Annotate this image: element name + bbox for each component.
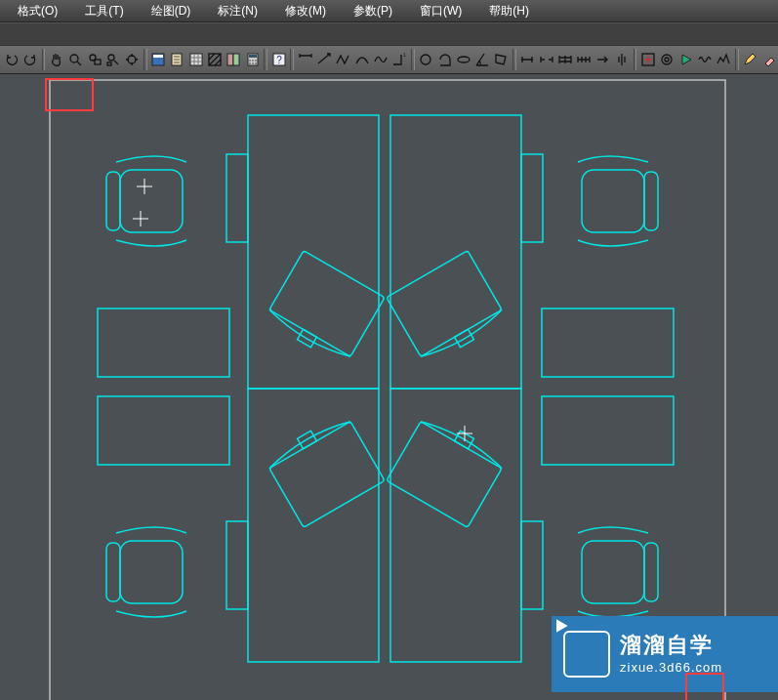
wave-icon[interactable] bbox=[695, 49, 714, 70]
svg-rect-41 bbox=[98, 396, 229, 465]
plus-icon[interactable] bbox=[638, 49, 657, 70]
pan-icon[interactable] bbox=[47, 49, 65, 70]
pencil-icon[interactable] bbox=[741, 49, 759, 70]
menu-window[interactable]: 窗口(W) bbox=[406, 0, 475, 21]
svg-rect-7 bbox=[153, 55, 163, 58]
svg-point-26 bbox=[458, 57, 470, 62]
zoom-icon[interactable] bbox=[66, 49, 85, 70]
svg-rect-43 bbox=[269, 251, 385, 357]
spark-icon[interactable] bbox=[715, 49, 733, 70]
svg-rect-4 bbox=[107, 62, 111, 65]
svg-rect-53 bbox=[582, 170, 644, 232]
toolbar: ?1 bbox=[0, 46, 778, 74]
hatch-icon[interactable] bbox=[205, 49, 224, 70]
svg-point-20 bbox=[255, 62, 257, 64]
svg-rect-58 bbox=[644, 543, 658, 601]
svg-point-25 bbox=[421, 55, 430, 64]
svg-rect-32 bbox=[390, 115, 521, 389]
svg-rect-56 bbox=[106, 543, 120, 601]
menu-format[interactable]: 格式(O) bbox=[4, 0, 71, 21]
menu-annotate[interactable]: 标注(N) bbox=[204, 0, 271, 21]
redo-icon[interactable] bbox=[20, 49, 39, 70]
svg-rect-42 bbox=[542, 396, 674, 465]
ray-icon[interactable] bbox=[314, 49, 333, 70]
svg-point-29 bbox=[665, 58, 669, 62]
svg-point-16 bbox=[252, 60, 254, 62]
revcloud-icon[interactable] bbox=[435, 49, 454, 70]
svg-rect-47 bbox=[269, 422, 385, 528]
svg-rect-14 bbox=[249, 55, 257, 58]
aligned-icon[interactable] bbox=[537, 49, 555, 70]
polyline-icon[interactable] bbox=[334, 49, 352, 70]
play-icon[interactable] bbox=[676, 49, 695, 70]
svg-rect-49 bbox=[387, 422, 502, 528]
line-icon[interactable] bbox=[296, 49, 314, 70]
svg-point-0 bbox=[70, 55, 78, 62]
circle2-icon[interactable] bbox=[658, 49, 676, 70]
menu-tools[interactable]: 工具(T) bbox=[71, 0, 137, 21]
svg-point-18 bbox=[249, 62, 251, 64]
undo-icon[interactable] bbox=[2, 49, 20, 70]
calculator-icon[interactable] bbox=[243, 49, 262, 70]
eraser-icon[interactable] bbox=[759, 49, 778, 70]
toolbar-separator bbox=[512, 49, 516, 70]
svg-point-23 bbox=[393, 63, 395, 65]
polygon-icon[interactable] bbox=[492, 49, 511, 70]
svg-text:?: ? bbox=[276, 55, 282, 65]
toolbar-separator bbox=[264, 49, 267, 70]
circle-icon[interactable] bbox=[417, 49, 435, 70]
svg-rect-36 bbox=[521, 154, 543, 242]
svg-point-15 bbox=[249, 60, 251, 62]
menu-modify[interactable]: 修改(M) bbox=[271, 0, 340, 21]
baseline-icon[interactable] bbox=[575, 49, 594, 70]
svg-rect-55 bbox=[120, 541, 183, 603]
menu-draw[interactable]: 绘图(D) bbox=[138, 0, 205, 21]
svg-text:1: 1 bbox=[403, 52, 406, 58]
zoom-dynamic-icon[interactable] bbox=[103, 49, 122, 70]
properties-icon[interactable] bbox=[149, 49, 168, 70]
zoom-window-icon[interactable] bbox=[85, 49, 103, 70]
svg-rect-2 bbox=[95, 60, 101, 64]
svg-rect-38 bbox=[521, 521, 543, 609]
menu-params[interactable]: 参数(P) bbox=[340, 0, 406, 21]
linear-icon[interactable] bbox=[518, 49, 537, 70]
layers-icon[interactable] bbox=[186, 49, 205, 70]
spline-icon[interactable] bbox=[371, 49, 389, 70]
svg-rect-9 bbox=[190, 54, 202, 65]
sheet-icon[interactable] bbox=[168, 49, 186, 70]
svg-rect-40 bbox=[542, 309, 674, 377]
svg-rect-45 bbox=[387, 251, 502, 357]
svg-rect-39 bbox=[98, 309, 229, 377]
svg-rect-33 bbox=[248, 389, 379, 662]
svg-point-28 bbox=[662, 55, 672, 64]
centerline-icon[interactable] bbox=[612, 49, 631, 70]
svg-point-3 bbox=[108, 55, 114, 61]
arrow-icon[interactable] bbox=[594, 49, 612, 70]
svg-rect-12 bbox=[233, 54, 239, 65]
svg-rect-34 bbox=[390, 389, 521, 662]
toolbar-separator bbox=[735, 49, 739, 70]
toolbar-separator bbox=[290, 49, 294, 70]
toolbar-gap bbox=[0, 22, 778, 46]
menu-help[interactable]: 帮助(H) bbox=[475, 0, 543, 21]
toolpalettes-icon[interactable] bbox=[225, 49, 243, 70]
angle-icon[interactable] bbox=[473, 49, 492, 70]
svg-rect-31 bbox=[248, 115, 379, 389]
ellipse-icon[interactable] bbox=[454, 49, 472, 70]
svg-rect-54 bbox=[644, 172, 658, 230]
svg-point-5 bbox=[128, 56, 136, 63]
svg-rect-35 bbox=[226, 154, 248, 242]
help-icon[interactable]: ? bbox=[269, 49, 288, 70]
cad-drawing bbox=[0, 74, 778, 700]
toolbar-separator bbox=[634, 49, 637, 70]
ordinate-icon[interactable]: 1 bbox=[390, 49, 409, 70]
arc-icon[interactable] bbox=[352, 49, 371, 70]
svg-rect-57 bbox=[582, 541, 644, 603]
toolbar-separator bbox=[143, 49, 147, 70]
continue-icon[interactable] bbox=[555, 49, 574, 70]
drawing-canvas[interactable]: 溜溜自学 zixue.3d66.com bbox=[0, 74, 778, 700]
zoom-extents-icon[interactable] bbox=[123, 49, 142, 70]
svg-point-19 bbox=[252, 62, 254, 64]
svg-rect-52 bbox=[106, 172, 120, 230]
toolbar-separator bbox=[42, 49, 46, 70]
